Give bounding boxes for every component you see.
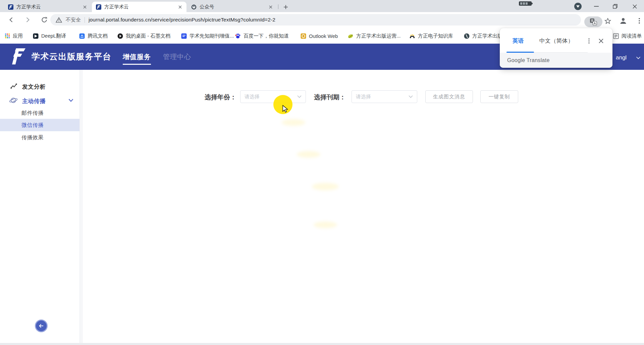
tab-separator — [278, 4, 278, 9]
user-menu[interactable]: angl — [616, 54, 627, 61]
close-window-button[interactable] — [630, 3, 639, 10]
page-bottom-edge — [0, 343, 644, 345]
bookmark-founder-publishing[interactable]: 方正学术出版 — [464, 32, 502, 40]
shimo-icon — [117, 33, 123, 39]
chart-icon — [10, 83, 17, 90]
bookmark-tencent-docs[interactable]: 腾讯文档 — [79, 32, 108, 40]
bookmark-label: Outlook Web — [309, 33, 338, 39]
user-chevron-down-icon[interactable] — [636, 56, 641, 59]
main-panel — [83, 70, 644, 343]
faint-watermark — [314, 221, 337, 228]
translate-source-tab[interactable]: 英语 — [513, 37, 524, 45]
browser-tab-3[interactable]: 公众号 — [187, 2, 277, 12]
minimize-button[interactable] — [592, 3, 601, 10]
collapse-sidebar-button[interactable] — [35, 319, 48, 332]
year-select[interactable]: 请选择 — [240, 90, 306, 103]
reading-list-icon — [613, 33, 619, 39]
baidu-paw-icon — [235, 33, 241, 39]
planet-icon — [9, 96, 18, 104]
faint-watermark — [282, 119, 305, 126]
forward-icon[interactable] — [23, 16, 32, 24]
founder-favicon-icon — [8, 4, 13, 10]
translate-close-icon[interactable] — [596, 36, 606, 46]
sidebar-item-publication-analysis[interactable]: 发文分析 — [22, 83, 46, 91]
issue-select-value: 请选择 — [356, 94, 371, 100]
faint-watermark — [297, 151, 320, 158]
outlook-icon — [301, 33, 306, 39]
security-label[interactable]: 不安全 — [66, 17, 81, 23]
browser-tab-2-active[interactable]: 方正学术云 — [92, 2, 186, 12]
sidebar-item-dissemination-effect[interactable]: 传播效果 — [21, 134, 44, 141]
tab-title: 公众号 — [200, 4, 265, 10]
bookmark-label: 百度一下，你就知道 — [244, 33, 289, 39]
browser-tab-1[interactable]: 方正学术云 — [4, 2, 91, 12]
one-click-copy-button[interactable]: 一键复制 — [480, 90, 518, 103]
new-tab-button[interactable] — [281, 2, 290, 12]
swirl-favicon-icon — [191, 4, 197, 10]
nav-management-center[interactable]: 管理中心 — [163, 52, 191, 61]
bookmark-shimo[interactable]: 我的桌面 - 石墨文档 — [117, 32, 170, 40]
nav-value-added-services[interactable]: 增值服务 — [123, 52, 151, 61]
bookmark-founder-operations[interactable]: 方正学术出版运营... — [347, 32, 401, 40]
bookmark-label: 方正学术出版运营... — [356, 33, 401, 39]
tab-title: 方正学术云 — [104, 4, 174, 10]
founder-logo-icon — [11, 48, 27, 65]
google-translate-brand: Google Translate — [507, 57, 550, 63]
bookmark-label: 学术先知期刊增值... — [190, 33, 234, 39]
bookmark-label: DeepL翻译 — [41, 33, 66, 39]
mouse-cursor — [281, 105, 289, 113]
tab-close-icon[interactable] — [177, 4, 183, 10]
leaf-icon — [347, 33, 354, 39]
bookmark-journal-valueadd[interactable]: 学术先知期刊增值... — [181, 32, 234, 40]
generate-message-button[interactable]: 生成图文消息 — [425, 90, 473, 103]
bookmark-deepl[interactable]: DeepL翻译 — [33, 32, 66, 40]
knowledge-paw-icon — [409, 33, 415, 39]
warning-icon — [56, 17, 62, 23]
bookmark-label: 方正电子知识库 — [418, 33, 453, 39]
faint-watermark — [312, 183, 339, 190]
translate-options-kebab-icon[interactable] — [584, 36, 594, 46]
apps-grid-icon — [5, 33, 10, 39]
bookmark-outlook[interactable]: Outlook Web — [301, 32, 338, 40]
select-chevron-down-icon — [297, 95, 302, 98]
url-text[interactable]: journal.portal.founderss.cn/service/prec… — [89, 17, 275, 23]
translate-icon[interactable] — [584, 16, 602, 27]
journal-blue-square-icon — [181, 33, 187, 39]
sidebar-chevron-down-icon[interactable] — [68, 99, 73, 102]
bookmark-label: 腾讯文档 — [88, 33, 108, 39]
issue-select[interactable]: 请选择 — [352, 90, 417, 103]
profile-avatar-icon[interactable] — [619, 17, 627, 25]
sidebar-item-email-dissemination[interactable]: 邮件传播 — [21, 110, 44, 117]
tab-title: 方正学术云 — [16, 4, 79, 10]
refresh-icon[interactable] — [40, 16, 48, 24]
battery-indicator-icon — [519, 1, 532, 6]
issue-select-label: 选择刊期： — [314, 93, 346, 102]
translate-popup-footer: Google Translate — [500, 53, 612, 68]
tab-close-icon[interactable] — [82, 4, 88, 10]
bookmark-founder-knowledge[interactable]: 方正电子知识库 — [409, 32, 453, 40]
tencent-docs-icon — [79, 33, 85, 39]
translate-target-tab[interactable]: 中文（简体） — [539, 37, 574, 45]
globe-swirl-icon — [464, 33, 470, 39]
bookmark-label: 阅读清单 — [622, 33, 642, 39]
restore-button[interactable] — [610, 3, 620, 10]
nav-active-underline — [123, 64, 151, 65]
bookmark-reading-list[interactable]: 阅读清单 — [613, 32, 642, 40]
sidebar-item-active-dissemination[interactable]: 主动传播 — [22, 97, 46, 105]
bookmark-star-icon[interactable] — [604, 17, 612, 25]
google-translate-popup: 英语 中文（简体） Google Translate — [500, 28, 612, 68]
address-bar[interactable]: 不安全 journal.portal.founderss.cn/service/… — [50, 14, 581, 26]
sidebar-item-wechat-dissemination[interactable]: 微信传播 — [21, 122, 44, 129]
bookmark-label: 方正学术出版 — [472, 33, 502, 39]
year-select-value: 请选择 — [245, 94, 260, 100]
bookmark-label: 我的桌面 - 石墨文档 — [126, 33, 170, 39]
back-icon[interactable] — [7, 16, 15, 24]
bookmark-baidu[interactable]: 百度一下，你就知道 — [235, 32, 289, 40]
deepl-icon — [33, 33, 39, 39]
tab-close-icon[interactable] — [268, 4, 274, 10]
platform-title: 学术云出版服务平台 — [32, 51, 112, 62]
bookmark-apps[interactable]: 应用 — [5, 32, 23, 40]
bookmark-label: 应用 — [13, 33, 23, 39]
browser-menu-kebab-icon[interactable] — [635, 17, 643, 25]
media-controls-button[interactable] — [574, 3, 582, 10]
